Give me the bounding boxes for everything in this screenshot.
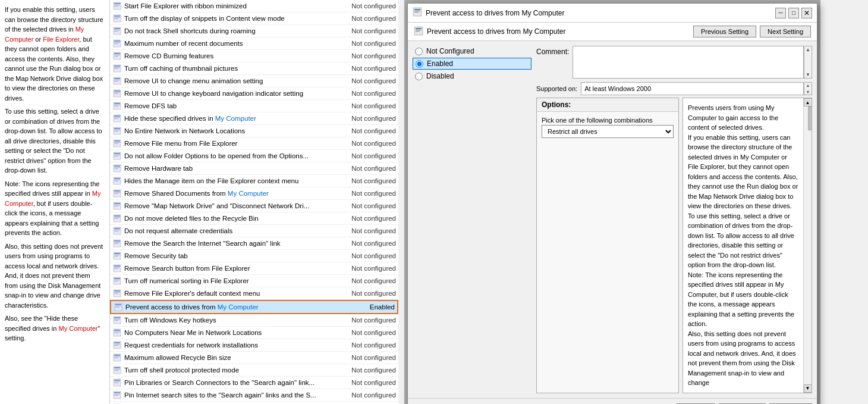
policy-row[interactable]: Prevent access to drives from My Compute… bbox=[110, 300, 398, 314]
policy-row[interactable]: Remove Shared Documents from My Computer… bbox=[110, 187, 398, 200]
policy-row[interactable]: Turn off Windows Key hotkeysNot configur… bbox=[110, 314, 398, 327]
radio-not-configured-label: Not Configured bbox=[426, 47, 474, 55]
dialog-title-icon bbox=[413, 7, 422, 18]
radio-enabled[interactable]: Enabled bbox=[413, 58, 532, 70]
help-section: Prevents users from using My Computer to… bbox=[683, 98, 812, 393]
policy-icon bbox=[112, 114, 122, 123]
policy-row[interactable]: Hide these specified drives in My Comput… bbox=[110, 112, 398, 125]
svg-rect-51 bbox=[114, 156, 118, 156]
close-button[interactable]: ✕ bbox=[801, 8, 812, 18]
policy-row[interactable]: Pin Internet search sites to the "Search… bbox=[110, 389, 398, 402]
policy-name: Maximum allowed Recycle Bin size bbox=[124, 354, 344, 361]
policy-row[interactable]: Remove Security tabNot configured bbox=[110, 250, 398, 262]
policy-row[interactable]: Display the menu bar in File ExplorerNot… bbox=[110, 402, 398, 404]
policy-row[interactable]: Hides the Manage item on the File Explor… bbox=[110, 175, 398, 187]
svg-rect-83 bbox=[114, 256, 118, 256]
policy-row[interactable]: Do not request alternate credentialsNot … bbox=[110, 225, 398, 237]
scroll-thumb[interactable] bbox=[808, 107, 813, 130]
scroll-up-button[interactable]: ▲ bbox=[804, 98, 812, 107]
dialog-right-section: Comment: ▲ ▼ Supported on: At least Wind… bbox=[536, 46, 812, 393]
policy-row[interactable]: Turn off caching of thumbnail picturesNo… bbox=[110, 62, 398, 75]
policy-icon bbox=[112, 151, 122, 161]
svg-rect-82 bbox=[114, 255, 120, 255]
policy-row[interactable]: Start File Explorer with ribbon minimize… bbox=[110, 0, 398, 12]
config-radio-group[interactable]: Not Configured Enabled Disabled bbox=[413, 46, 532, 82]
minimize-button[interactable]: ─ bbox=[775, 8, 786, 18]
svg-rect-73 bbox=[114, 228, 120, 229]
policy-row[interactable]: Remove "Map Network Drive" and "Disconne… bbox=[110, 200, 398, 212]
svg-rect-46 bbox=[114, 142, 120, 143]
policy-list[interactable]: Start File Explorer with ribbon minimize… bbox=[110, 0, 398, 404]
policy-status: Not configured bbox=[348, 265, 396, 272]
svg-rect-147 bbox=[416, 31, 420, 32]
scroll-down-button[interactable]: ▼ bbox=[804, 384, 812, 393]
help-scrollbar[interactable]: ▲ ▼ bbox=[803, 98, 812, 393]
policy-row[interactable]: Do not allow Folder Options to be opened… bbox=[110, 150, 398, 162]
comment-textarea[interactable] bbox=[573, 46, 804, 79]
svg-rect-95 bbox=[114, 293, 118, 294]
dialog-nav-buttons[interactable]: Previous Setting Next Setting bbox=[693, 26, 811, 37]
policy-icon bbox=[112, 378, 122, 387]
policy-row[interactable]: Remove Search button from File ExplorerN… bbox=[110, 262, 398, 275]
svg-rect-33 bbox=[114, 103, 120, 104]
policy-row[interactable]: Remove File menu from File ExplorerNot c… bbox=[110, 137, 398, 150]
svg-rect-126 bbox=[114, 394, 120, 394]
dialog-overlay: Prevent access to drives from My Compute… bbox=[404, 0, 820, 404]
maximize-button[interactable]: □ bbox=[788, 8, 799, 18]
drive-restriction-dropdown[interactable]: Restrict all drivesRestrict A onlyRestri… bbox=[542, 125, 674, 138]
radio-disabled[interactable]: Disabled bbox=[413, 71, 532, 82]
dropdown-label: Pick one of the following combinations bbox=[542, 117, 674, 124]
radio-not-configured[interactable]: Not Configured bbox=[413, 46, 532, 57]
policy-icon bbox=[112, 39, 122, 48]
policy-name: Remove the Search the Internet "Search a… bbox=[124, 240, 344, 247]
policy-icon bbox=[112, 76, 122, 86]
svg-rect-21 bbox=[114, 65, 120, 67]
policy-status: Not configured bbox=[348, 77, 396, 84]
policy-row[interactable]: Remove DFS tabNot configured bbox=[110, 100, 398, 112]
previous-setting-button[interactable]: Previous Setting bbox=[693, 26, 756, 37]
policy-name: Pin Internet search sites to the "Search… bbox=[124, 392, 344, 399]
policy-name: Remove DFS tab bbox=[124, 102, 344, 109]
policy-row[interactable]: Remove File Explorer's default context m… bbox=[110, 287, 398, 300]
policy-row[interactable]: Remove UI to change menu animation setti… bbox=[110, 75, 398, 87]
policy-name: Remove File Explorer's default context m… bbox=[124, 290, 344, 297]
policy-status: Not configured bbox=[348, 102, 396, 109]
svg-rect-13 bbox=[114, 40, 120, 42]
svg-rect-27 bbox=[114, 81, 118, 82]
policy-icon bbox=[112, 264, 122, 273]
policy-dialog: Prevent access to drives from My Compute… bbox=[407, 3, 817, 404]
svg-rect-86 bbox=[114, 267, 120, 268]
policy-icon bbox=[112, 101, 122, 111]
policy-name: Remove UI to change keyboard navigation … bbox=[124, 90, 344, 97]
policy-row[interactable]: Turn off the display of snippets in Cont… bbox=[110, 12, 398, 25]
policy-row[interactable]: Remove the Search the Internet "Search a… bbox=[110, 237, 398, 250]
svg-rect-25 bbox=[114, 78, 120, 79]
options-help-container: Options: Pick one of the following combi… bbox=[536, 98, 812, 393]
policy-row[interactable]: Do not move deleted files to the Recycle… bbox=[110, 212, 398, 225]
next-setting-button[interactable]: Next Setting bbox=[760, 26, 811, 37]
policy-row[interactable]: Remove CD Burning featuresNot configured bbox=[110, 50, 398, 62]
policy-status: Not configured bbox=[348, 27, 396, 35]
policy-status: Not configured bbox=[348, 240, 396, 247]
titlebar-controls[interactable]: ─ □ ✕ bbox=[775, 8, 812, 18]
policy-row[interactable]: Remove UI to change keyboard navigation … bbox=[110, 87, 398, 100]
policy-name: No Computers Near Me in Network Location… bbox=[124, 329, 344, 336]
policy-row[interactable]: Turn off numerical sorting in File Explo… bbox=[110, 275, 398, 287]
options-content: Pick one of the following combinations R… bbox=[537, 112, 678, 143]
policy-row[interactable]: Pin Libraries or Search Connectors to th… bbox=[110, 377, 398, 389]
policy-row[interactable]: Turn off shell protocol protected modeNo… bbox=[110, 364, 398, 377]
policy-row[interactable]: No Computers Near Me in Network Location… bbox=[110, 327, 398, 339]
policy-row[interactable]: Maximum allowed Recycle Bin sizeNot conf… bbox=[110, 352, 398, 364]
svg-rect-70 bbox=[114, 217, 120, 218]
policy-row[interactable]: Remove Hardware tabNot configured bbox=[110, 162, 398, 175]
svg-rect-1 bbox=[114, 3, 120, 4]
policy-row[interactable]: Do not track Shell shortcuts during roam… bbox=[110, 25, 398, 37]
svg-rect-55 bbox=[114, 168, 118, 169]
policy-status: Not configured bbox=[348, 165, 396, 172]
svg-rect-30 bbox=[114, 92, 120, 93]
policy-row[interactable]: No Entire Network in Network LocationsNo… bbox=[110, 125, 398, 137]
svg-rect-38 bbox=[114, 117, 120, 118]
policy-row[interactable]: Request credentials for network installa… bbox=[110, 339, 398, 352]
policy-row[interactable]: Maximum number of recent documentsNot co… bbox=[110, 37, 398, 50]
svg-rect-115 bbox=[114, 358, 118, 358]
